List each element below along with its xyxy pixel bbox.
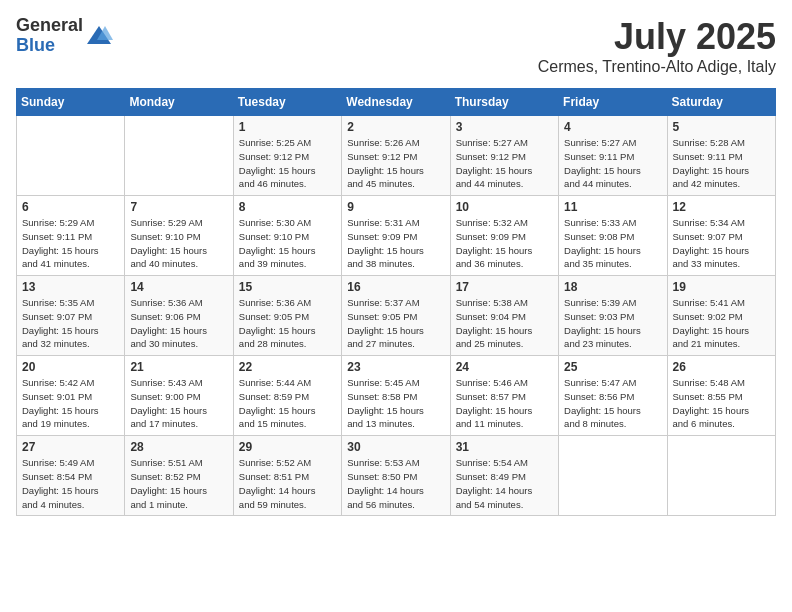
day-number: 2 <box>347 120 444 134</box>
day-number: 17 <box>456 280 553 294</box>
calendar-cell: 19Sunrise: 5:41 AM Sunset: 9:02 PM Dayli… <box>667 276 775 356</box>
calendar-cell: 17Sunrise: 5:38 AM Sunset: 9:04 PM Dayli… <box>450 276 558 356</box>
day-number: 29 <box>239 440 336 454</box>
day-info: Sunrise: 5:34 AM Sunset: 9:07 PM Dayligh… <box>673 216 770 271</box>
calendar-cell: 18Sunrise: 5:39 AM Sunset: 9:03 PM Dayli… <box>559 276 667 356</box>
calendar-cell: 22Sunrise: 5:44 AM Sunset: 8:59 PM Dayli… <box>233 356 341 436</box>
day-info: Sunrise: 5:36 AM Sunset: 9:05 PM Dayligh… <box>239 296 336 351</box>
calendar-cell: 25Sunrise: 5:47 AM Sunset: 8:56 PM Dayli… <box>559 356 667 436</box>
day-info: Sunrise: 5:47 AM Sunset: 8:56 PM Dayligh… <box>564 376 661 431</box>
day-info: Sunrise: 5:26 AM Sunset: 9:12 PM Dayligh… <box>347 136 444 191</box>
calendar-header-row: SundayMondayTuesdayWednesdayThursdayFrid… <box>17 89 776 116</box>
calendar-cell: 10Sunrise: 5:32 AM Sunset: 9:09 PM Dayli… <box>450 196 558 276</box>
day-info: Sunrise: 5:54 AM Sunset: 8:49 PM Dayligh… <box>456 456 553 511</box>
col-header-thursday: Thursday <box>450 89 558 116</box>
day-info: Sunrise: 5:52 AM Sunset: 8:51 PM Dayligh… <box>239 456 336 511</box>
calendar-cell: 2Sunrise: 5:26 AM Sunset: 9:12 PM Daylig… <box>342 116 450 196</box>
day-number: 7 <box>130 200 227 214</box>
day-number: 19 <box>673 280 770 294</box>
day-info: Sunrise: 5:29 AM Sunset: 9:10 PM Dayligh… <box>130 216 227 271</box>
day-number: 1 <box>239 120 336 134</box>
calendar-cell: 27Sunrise: 5:49 AM Sunset: 8:54 PM Dayli… <box>17 436 125 516</box>
day-info: Sunrise: 5:43 AM Sunset: 9:00 PM Dayligh… <box>130 376 227 431</box>
calendar-week-row: 20Sunrise: 5:42 AM Sunset: 9:01 PM Dayli… <box>17 356 776 436</box>
col-header-tuesday: Tuesday <box>233 89 341 116</box>
logo: General Blue <box>16 16 113 56</box>
day-number: 27 <box>22 440 119 454</box>
day-info: Sunrise: 5:46 AM Sunset: 8:57 PM Dayligh… <box>456 376 553 431</box>
calendar-cell: 20Sunrise: 5:42 AM Sunset: 9:01 PM Dayli… <box>17 356 125 436</box>
day-number: 22 <box>239 360 336 374</box>
col-header-wednesday: Wednesday <box>342 89 450 116</box>
day-number: 20 <box>22 360 119 374</box>
day-info: Sunrise: 5:33 AM Sunset: 9:08 PM Dayligh… <box>564 216 661 271</box>
calendar-cell: 11Sunrise: 5:33 AM Sunset: 9:08 PM Dayli… <box>559 196 667 276</box>
day-number: 14 <box>130 280 227 294</box>
day-info: Sunrise: 5:41 AM Sunset: 9:02 PM Dayligh… <box>673 296 770 351</box>
day-number: 26 <box>673 360 770 374</box>
calendar-week-row: 6Sunrise: 5:29 AM Sunset: 9:11 PM Daylig… <box>17 196 776 276</box>
calendar-cell: 1Sunrise: 5:25 AM Sunset: 9:12 PM Daylig… <box>233 116 341 196</box>
location-subtitle: Cermes, Trentino-Alto Adige, Italy <box>538 58 776 76</box>
calendar-cell: 28Sunrise: 5:51 AM Sunset: 8:52 PM Dayli… <box>125 436 233 516</box>
day-number: 24 <box>456 360 553 374</box>
day-info: Sunrise: 5:37 AM Sunset: 9:05 PM Dayligh… <box>347 296 444 351</box>
day-info: Sunrise: 5:25 AM Sunset: 9:12 PM Dayligh… <box>239 136 336 191</box>
calendar-cell: 29Sunrise: 5:52 AM Sunset: 8:51 PM Dayli… <box>233 436 341 516</box>
calendar-week-row: 1Sunrise: 5:25 AM Sunset: 9:12 PM Daylig… <box>17 116 776 196</box>
day-number: 28 <box>130 440 227 454</box>
day-info: Sunrise: 5:27 AM Sunset: 9:11 PM Dayligh… <box>564 136 661 191</box>
col-header-saturday: Saturday <box>667 89 775 116</box>
month-year-title: July 2025 <box>538 16 776 58</box>
day-number: 9 <box>347 200 444 214</box>
day-number: 16 <box>347 280 444 294</box>
calendar-cell: 13Sunrise: 5:35 AM Sunset: 9:07 PM Dayli… <box>17 276 125 356</box>
day-number: 25 <box>564 360 661 374</box>
calendar-week-row: 13Sunrise: 5:35 AM Sunset: 9:07 PM Dayli… <box>17 276 776 356</box>
calendar-cell: 12Sunrise: 5:34 AM Sunset: 9:07 PM Dayli… <box>667 196 775 276</box>
calendar-cell <box>667 436 775 516</box>
calendar-cell: 7Sunrise: 5:29 AM Sunset: 9:10 PM Daylig… <box>125 196 233 276</box>
day-number: 5 <box>673 120 770 134</box>
day-info: Sunrise: 5:42 AM Sunset: 9:01 PM Dayligh… <box>22 376 119 431</box>
day-info: Sunrise: 5:32 AM Sunset: 9:09 PM Dayligh… <box>456 216 553 271</box>
title-block: July 2025 Cermes, Trentino-Alto Adige, I… <box>538 16 776 76</box>
calendar-cell: 15Sunrise: 5:36 AM Sunset: 9:05 PM Dayli… <box>233 276 341 356</box>
day-info: Sunrise: 5:27 AM Sunset: 9:12 PM Dayligh… <box>456 136 553 191</box>
calendar-cell: 5Sunrise: 5:28 AM Sunset: 9:11 PM Daylig… <box>667 116 775 196</box>
day-info: Sunrise: 5:31 AM Sunset: 9:09 PM Dayligh… <box>347 216 444 271</box>
day-number: 31 <box>456 440 553 454</box>
day-info: Sunrise: 5:44 AM Sunset: 8:59 PM Dayligh… <box>239 376 336 431</box>
day-number: 13 <box>22 280 119 294</box>
day-number: 6 <box>22 200 119 214</box>
day-number: 11 <box>564 200 661 214</box>
page-header: General Blue July 2025 Cermes, Trentino-… <box>16 16 776 76</box>
day-number: 8 <box>239 200 336 214</box>
calendar-cell: 3Sunrise: 5:27 AM Sunset: 9:12 PM Daylig… <box>450 116 558 196</box>
day-info: Sunrise: 5:39 AM Sunset: 9:03 PM Dayligh… <box>564 296 661 351</box>
calendar-cell: 4Sunrise: 5:27 AM Sunset: 9:11 PM Daylig… <box>559 116 667 196</box>
day-info: Sunrise: 5:30 AM Sunset: 9:10 PM Dayligh… <box>239 216 336 271</box>
day-number: 18 <box>564 280 661 294</box>
calendar-cell: 30Sunrise: 5:53 AM Sunset: 8:50 PM Dayli… <box>342 436 450 516</box>
logo-general-text: General <box>16 16 83 36</box>
day-number: 30 <box>347 440 444 454</box>
calendar-cell <box>17 116 125 196</box>
day-info: Sunrise: 5:29 AM Sunset: 9:11 PM Dayligh… <box>22 216 119 271</box>
day-number: 15 <box>239 280 336 294</box>
calendar-cell: 8Sunrise: 5:30 AM Sunset: 9:10 PM Daylig… <box>233 196 341 276</box>
calendar-cell: 31Sunrise: 5:54 AM Sunset: 8:49 PM Dayli… <box>450 436 558 516</box>
col-header-friday: Friday <box>559 89 667 116</box>
calendar-cell: 6Sunrise: 5:29 AM Sunset: 9:11 PM Daylig… <box>17 196 125 276</box>
day-number: 4 <box>564 120 661 134</box>
day-number: 3 <box>456 120 553 134</box>
logo-blue-text: Blue <box>16 36 83 56</box>
day-info: Sunrise: 5:48 AM Sunset: 8:55 PM Dayligh… <box>673 376 770 431</box>
day-info: Sunrise: 5:35 AM Sunset: 9:07 PM Dayligh… <box>22 296 119 351</box>
calendar-cell: 26Sunrise: 5:48 AM Sunset: 8:55 PM Dayli… <box>667 356 775 436</box>
day-info: Sunrise: 5:38 AM Sunset: 9:04 PM Dayligh… <box>456 296 553 351</box>
calendar-cell <box>125 116 233 196</box>
calendar-cell: 21Sunrise: 5:43 AM Sunset: 9:00 PM Dayli… <box>125 356 233 436</box>
calendar-body: 1Sunrise: 5:25 AM Sunset: 9:12 PM Daylig… <box>17 116 776 516</box>
calendar-cell: 16Sunrise: 5:37 AM Sunset: 9:05 PM Dayli… <box>342 276 450 356</box>
